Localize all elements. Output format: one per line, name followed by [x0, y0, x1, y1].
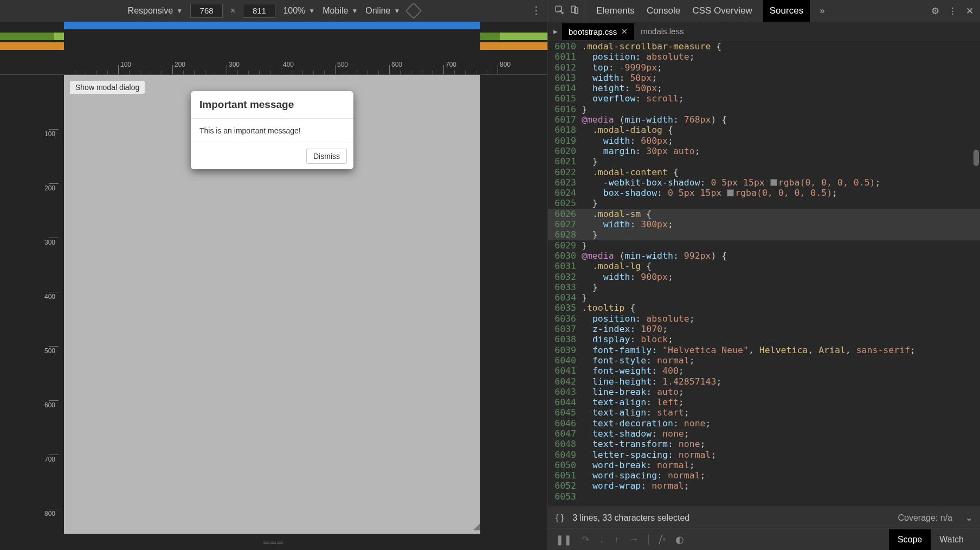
modal-backdrop[interactable]: Important message This is an important m… [64, 75, 480, 534]
deactivate-breakpoints-icon[interactable]: ⧸◦ [659, 534, 666, 545]
code-line[interactable]: 6023 -webkit-box-shadow: 0 5px 15px rgba… [548, 177, 980, 188]
code-line[interactable]: 6041 font-weight: 400; [548, 366, 980, 376]
zoom-selector[interactable]: 100% ▼ [283, 6, 315, 16]
code-line[interactable]: 6033 } [548, 282, 980, 292]
code-line[interactable]: 6016} [548, 104, 980, 114]
width-input[interactable]: 768 [190, 4, 223, 18]
media-query-bar[interactable] [54, 33, 64, 40]
code-line[interactable]: 6025 } [548, 198, 980, 208]
line-number: 6010 [548, 41, 582, 52]
kebab-menu-icon[interactable]: ⋮ [531, 4, 541, 16]
code-line[interactable]: 6036 position: absolute; [548, 314, 980, 324]
media-query-bar[interactable] [480, 42, 547, 50]
step-over-icon[interactable]: ↷ [582, 534, 590, 546]
code-line[interactable]: 6037 z-index: 1070; [548, 324, 980, 334]
dock-handle[interactable]: ═══ [263, 538, 284, 547]
corner-resize-handle[interactable]: ◢ [473, 519, 480, 532]
code-line[interactable]: 6026 .modal-sm { [548, 209, 980, 219]
line-number: 6032 [548, 272, 582, 282]
code-line[interactable]: 6042 line-height: 1.42857143; [548, 376, 980, 387]
step-into-icon[interactable]: ↓ [599, 534, 604, 545]
code-line[interactable]: 6049 letter-spacing: normal; [548, 450, 980, 460]
more-tabs-icon[interactable]: » [820, 5, 824, 16]
step-out-icon[interactable]: ↑ [614, 534, 619, 545]
code-line[interactable]: 6047 text-shadow: none; [548, 429, 980, 439]
code-line[interactable]: 6035.tooltip { [548, 303, 980, 313]
code-line[interactable]: 6050 word-break: normal; [548, 460, 980, 470]
gear-icon[interactable]: ⚙ [931, 5, 939, 17]
pretty-print-icon[interactable]: { } [556, 513, 564, 523]
tab-sources[interactable]: Sources [763, 0, 810, 22]
inspect-element-icon[interactable] [555, 5, 564, 17]
code-line[interactable]: 6052 word-wrap: normal; [548, 481, 980, 491]
tab-elements[interactable]: Elements [595, 0, 636, 22]
code-line[interactable]: 6044 text-align: left; [548, 397, 980, 407]
code-line[interactable]: 6012 top: -9999px; [548, 62, 980, 73]
code-line[interactable]: 6032 width: 900px; [548, 272, 980, 282]
code-line[interactable]: 6029} [548, 240, 980, 251]
code-line[interactable]: 6013 width: 50px; [548, 73, 980, 83]
kebab-menu-icon[interactable]: ⋮ [948, 5, 957, 17]
dropdown-icon[interactable]: ⌄ [965, 513, 972, 523]
code-line[interactable]: 6043 line-break: auto; [548, 387, 980, 397]
close-icon[interactable]: ✕ [966, 5, 973, 17]
line-number: 6046 [548, 418, 582, 429]
code-line[interactable]: 6021 } [548, 156, 980, 167]
code-line[interactable]: 6018 .modal-dialog { [548, 125, 980, 135]
color-swatch[interactable] [770, 179, 777, 186]
code-line[interactable]: 6014 height: 50px; [548, 83, 980, 93]
code-line[interactable]: 6024 box-shadow: 0 5px 15px rgba(0, 0, 0… [548, 188, 980, 198]
code-line[interactable]: 6030@media (min-width: 992px) { [548, 251, 980, 261]
debugger-tab-watch[interactable]: Watch [931, 529, 972, 550]
media-query-bar[interactable] [480, 33, 500, 40]
code-line[interactable]: 6051 word-spacing: normal; [548, 470, 980, 481]
device-toggle-icon[interactable] [570, 5, 579, 17]
media-query-bar[interactable] [500, 33, 547, 40]
code-line[interactable]: 6048 text-transform: none; [548, 439, 980, 449]
code-line[interactable]: 6045 text-align: start; [548, 407, 980, 418]
network-selector[interactable]: Online ▼ [365, 6, 400, 16]
code-line[interactable]: 6053 [548, 491, 980, 502]
code-editor[interactable]: 6010.modal-scrollbar-measure {6011 posit… [548, 41, 980, 507]
code-line[interactable]: 6027 width: 300px; [548, 219, 980, 229]
device-selector[interactable]: Responsive ▼ [128, 6, 183, 16]
line-number: 6044 [548, 397, 582, 407]
height-input[interactable]: 811 [243, 4, 275, 18]
scrollbar-thumb[interactable] [973, 150, 979, 166]
code-line[interactable]: 6010.modal-scrollbar-measure { [548, 41, 980, 52]
pause-icon[interactable]: ❚❚ [556, 534, 572, 546]
dismiss-button[interactable]: Dismiss [306, 149, 347, 164]
code-line[interactable]: 6022 .modal-content { [548, 167, 980, 177]
code-line[interactable]: 6040 font-style: normal; [548, 355, 980, 366]
code-line[interactable]: 6015 overflow: scroll; [548, 93, 980, 104]
tab-console[interactable]: Console [646, 0, 681, 22]
close-icon[interactable]: ✕ [621, 27, 628, 36]
pause-exceptions-icon[interactable]: ◐ [675, 534, 684, 546]
step-icon[interactable]: → [629, 534, 639, 545]
file-tab-modals-less[interactable]: modals.less [634, 23, 690, 40]
code-line[interactable]: 6017@media (min-width: 768px) { [548, 114, 980, 125]
media-query-bar[interactable] [0, 42, 64, 50]
code-line[interactable]: 6038 display: block; [548, 334, 980, 344]
media-query-bar[interactable] [64, 22, 480, 29]
code-line[interactable]: 6028 } [548, 229, 980, 240]
code-line[interactable]: 6034} [548, 292, 980, 303]
emulated-viewport[interactable]: Show modal dialog Important message This… [64, 75, 480, 534]
code-line[interactable]: 6039 font-family: "Helvetica Neue", Helv… [548, 345, 980, 355]
line-number: 6045 [548, 407, 582, 418]
line-number: 6038 [548, 334, 582, 344]
tab-css-overview[interactable]: CSS Overview [691, 0, 753, 22]
media-query-bars[interactable] [0, 22, 547, 60]
code-line[interactable]: 6019 width: 600px; [548, 136, 980, 146]
throttle-selector[interactable]: Mobile ▼ [323, 6, 358, 16]
debugger-tab-scope[interactable]: Scope [889, 529, 931, 550]
code-line[interactable]: 6031 .modal-lg { [548, 261, 980, 271]
code-line[interactable]: 6011 position: absolute; [548, 52, 980, 62]
rotate-icon[interactable] [405, 2, 422, 19]
navigator-toggle-icon[interactable]: ▸ [553, 27, 558, 36]
media-query-bar[interactable] [0, 33, 54, 40]
code-line[interactable]: 6046 text-decoration: none; [548, 418, 980, 429]
color-swatch[interactable] [727, 189, 734, 196]
code-line[interactable]: 6020 margin: 30px auto; [548, 146, 980, 156]
file-tab-bootstrap-css[interactable]: bootstrap.css✕ [562, 23, 634, 40]
